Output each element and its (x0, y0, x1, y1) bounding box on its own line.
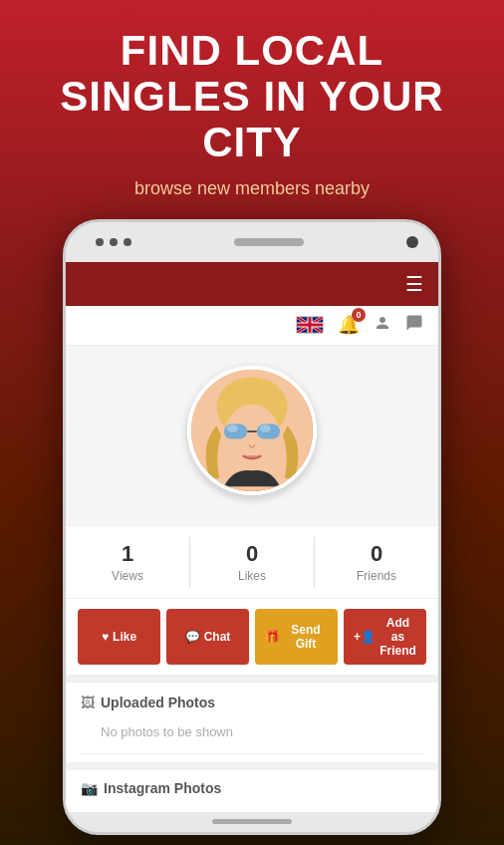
gift-icon: 🎁 (265, 630, 280, 644)
uploaded-photos-header: 🖼 Uploaded Photos (81, 695, 423, 710)
section-divider-photos (81, 753, 423, 754)
stat-views-number: 1 (122, 541, 133, 567)
like-icon: ♥ (102, 630, 109, 644)
phone-bottom-bar (66, 812, 438, 832)
svg-point-7 (227, 424, 238, 432)
stat-likes-label: Likes (238, 569, 266, 583)
send-gift-label: Send Gift (284, 623, 328, 651)
stat-likes: 0 Likes (190, 536, 314, 588)
svg-point-8 (260, 424, 271, 432)
like-button[interactable]: ♥ Like (78, 609, 160, 665)
uk-flag-icon[interactable] (296, 316, 324, 334)
instagram-photos-header: 📷 Instagram Photos (81, 780, 423, 796)
phone-speaker (234, 238, 304, 246)
stat-friends: 0 Friends (315, 536, 438, 588)
uploaded-photos-section: 🖼 Uploaded Photos No photos to be shown (66, 675, 438, 762)
instagram-photos-title: Instagram Photos (104, 780, 221, 796)
stat-likes-number: 0 (246, 541, 258, 567)
instagram-photos-section: 📷 Instagram Photos (66, 762, 438, 812)
profile-nav-icon[interactable] (374, 314, 391, 337)
phone-dot-3 (124, 238, 131, 246)
phone-dot-1 (96, 238, 104, 246)
no-photos-text: No photos to be shown (81, 718, 423, 745)
stat-friends-label: Friends (357, 569, 396, 583)
phone-dots (96, 238, 131, 246)
add-friend-label: Add as Friend (379, 616, 416, 658)
hamburger-icon[interactable]: ☰ (405, 272, 423, 296)
chat-button[interactable]: 💬 Chat (166, 609, 249, 665)
phone-dot-2 (110, 238, 118, 246)
profile-avatar (187, 366, 317, 495)
image-icon: 🖼 (81, 695, 95, 710)
nav-icons-row: 🔔 0 (66, 306, 438, 346)
chat-icon: 💬 (185, 630, 200, 644)
headline-section: FIND LOCAL SINGLES IN YOUR CITY browse n… (0, 0, 504, 209)
profile-section (66, 346, 438, 525)
uploaded-photos-title: Uploaded Photos (101, 695, 215, 710)
headline-subtitle: browse new members nearby (30, 178, 474, 199)
notification-badge: 0 (352, 308, 366, 322)
stat-friends-number: 0 (371, 541, 382, 567)
like-label: Like (113, 630, 136, 644)
phone-camera (406, 236, 418, 248)
chat-label: Chat (204, 630, 231, 644)
app-header: ☰ (66, 262, 438, 306)
phone-top-bar (66, 222, 438, 262)
add-friend-icon: +👤 (354, 630, 376, 644)
add-friend-button[interactable]: +👤 Add as Friend (344, 609, 426, 665)
instagram-icon: 📷 (81, 780, 98, 796)
send-gift-button[interactable]: 🎁 Send Gift (255, 609, 338, 665)
stats-row: 1 Views 0 Likes 0 Friends (66, 525, 438, 598)
phone-shell: ☰ 🔔 0 (63, 219, 441, 835)
home-indicator (212, 819, 292, 824)
chat-nav-icon[interactable] (405, 314, 423, 337)
stat-views: 1 Views (66, 536, 189, 588)
action-buttons-row: ♥ Like 💬 Chat 🎁 Send Gift +👤 Add as Frie… (66, 598, 438, 675)
app-screen: ☰ 🔔 0 (66, 262, 438, 812)
notification-bell-icon[interactable]: 🔔 0 (338, 314, 360, 336)
stat-views-label: Views (112, 569, 143, 583)
headline-title: FIND LOCAL SINGLES IN YOUR CITY (30, 28, 474, 166)
